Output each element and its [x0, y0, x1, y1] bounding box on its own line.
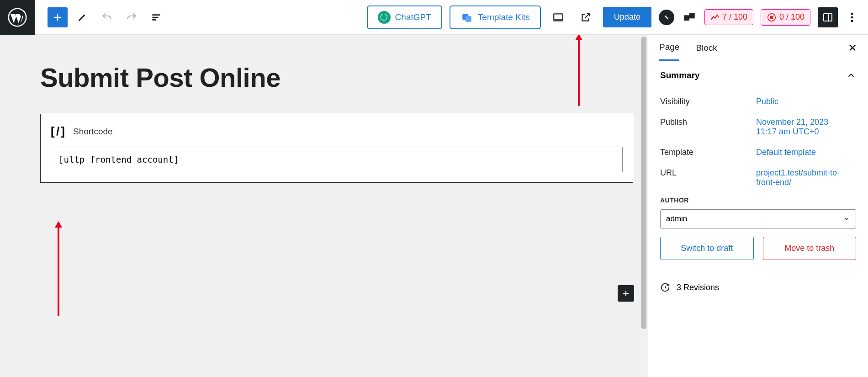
- visibility-value[interactable]: Public: [756, 97, 778, 106]
- publish-time[interactable]: 11:17 am UTC+0: [756, 127, 819, 136]
- page-title[interactable]: Submit Post Online: [40, 62, 633, 93]
- undo-button[interactable]: [97, 7, 117, 27]
- svg-rect-5: [684, 15, 689, 21]
- settings-sidebar-toggle[interactable]: [818, 7, 838, 27]
- document-overview-button[interactable]: [146, 7, 166, 27]
- visibility-label: Visibility: [660, 97, 756, 106]
- add-block-button[interactable]: [48, 7, 68, 27]
- view-desktop-button[interactable]: [548, 7, 568, 27]
- editor-scrollbar[interactable]: [640, 35, 648, 377]
- content-score-icon: [767, 12, 777, 22]
- editor-canvas[interactable]: Submit Post Online [ / ] Shortcode: [0, 35, 648, 377]
- shortcode-label: Shortcode: [73, 127, 113, 137]
- revisions-button[interactable]: 3 Revisions: [648, 273, 868, 302]
- chevron-up-icon: [846, 70, 856, 80]
- update-button[interactable]: Update: [603, 7, 651, 27]
- svg-rect-2: [466, 16, 471, 21]
- svg-point-8: [770, 16, 773, 19]
- close-sidebar-button[interactable]: ✕: [848, 42, 857, 54]
- publish-date[interactable]: November 21, 2023: [756, 117, 828, 127]
- template-label: Template: [660, 148, 756, 157]
- svg-rect-9: [824, 14, 832, 21]
- plugin-icon-2[interactable]: [682, 10, 697, 25]
- chatgpt-label: ChatGPT: [395, 12, 431, 22]
- move-to-trash-button[interactable]: Move to trash: [763, 237, 857, 260]
- svg-point-10: [851, 12, 853, 15]
- annotation-arrow-shortcode: [58, 222, 59, 316]
- template-kits-button[interactable]: Template Kits: [450, 5, 541, 29]
- publish-label: Publish: [660, 117, 756, 137]
- svg-rect-3: [554, 14, 563, 20]
- wordpress-logo[interactable]: [0, 0, 35, 35]
- template-value[interactable]: Default template: [756, 148, 816, 157]
- edit-tool-button[interactable]: [72, 7, 92, 27]
- settings-sidebar: Page Block ✕ Summary Visibility Public P…: [648, 35, 868, 377]
- seo-score-badge[interactable]: 7 / 100: [704, 9, 753, 25]
- options-menu-button[interactable]: [845, 7, 859, 27]
- view-page-button[interactable]: [576, 7, 596, 27]
- shortcode-icon: [ / ]: [51, 124, 64, 138]
- url-value[interactable]: project1.test/submit-to-front-end/: [756, 168, 840, 187]
- summary-panel-toggle[interactable]: Summary: [648, 61, 868, 90]
- template-kits-label: Template Kits: [478, 12, 530, 22]
- content-score-badge[interactable]: 0 / 100: [761, 9, 810, 26]
- plugin-icon-1[interactable]: [659, 10, 674, 25]
- redo-button[interactable]: [122, 7, 142, 27]
- chatgpt-button[interactable]: ChatGPT: [367, 5, 442, 29]
- author-select[interactable]: admin: [660, 209, 856, 228]
- tab-block[interactable]: Block: [696, 36, 717, 60]
- svg-rect-6: [689, 13, 695, 18]
- chevron-down-icon: [843, 215, 850, 223]
- tab-page[interactable]: Page: [659, 35, 679, 61]
- shortcode-input[interactable]: [51, 147, 623, 172]
- svg-point-12: [851, 20, 853, 22]
- author-label: AUTHOR: [660, 193, 856, 209]
- revisions-icon: [660, 282, 670, 292]
- seo-score-icon: [710, 14, 720, 21]
- add-block-inline-button[interactable]: [618, 285, 634, 302]
- switch-to-draft-button[interactable]: Switch to draft: [660, 237, 754, 260]
- shortcode-block[interactable]: [ / ] Shortcode: [40, 114, 633, 183]
- template-kits-icon: [460, 11, 473, 24]
- url-label: URL: [660, 168, 756, 187]
- chatgpt-icon: [378, 11, 391, 24]
- svg-point-11: [851, 16, 853, 18]
